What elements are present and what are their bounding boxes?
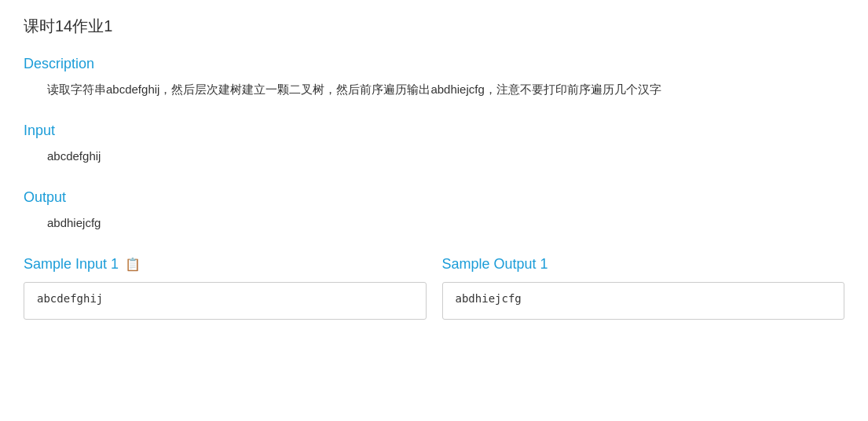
output-section: Output abdhiejcfg (24, 189, 844, 232)
sample-input-heading: Sample Input 1 📋 (24, 256, 427, 273)
sample-output-col: Sample Output 1 abdhiejcfg (442, 256, 845, 320)
input-section: Input abcdefghij (24, 123, 844, 166)
sample-input-box: abcdefghij (24, 282, 427, 320)
output-content: abdhiejcfg (47, 214, 844, 232)
samples-row: Sample Input 1 📋 abcdefghij Sample Outpu… (24, 256, 844, 320)
sample-output-label: Sample Output 1 (442, 256, 548, 273)
copy-icon[interactable]: 📋 (125, 257, 141, 272)
page-title: 课时14作业1 (24, 16, 844, 37)
sample-output-box: abdhiejcfg (442, 282, 845, 320)
description-content: 读取字符串abcdefghij，然后层次建树建立一颗二叉树，然后前序遍历输出ab… (47, 80, 844, 99)
description-heading: Description (24, 56, 844, 72)
input-content: abcdefghij (47, 147, 844, 166)
output-heading: Output (24, 189, 844, 206)
sample-output-heading: Sample Output 1 (442, 256, 845, 273)
description-section: Description 读取字符串abcdefghij，然后层次建树建立一颗二叉… (24, 56, 844, 99)
sample-input-col: Sample Input 1 📋 abcdefghij (24, 256, 427, 320)
sample-input-label: Sample Input 1 (24, 256, 119, 273)
input-heading: Input (24, 123, 844, 139)
